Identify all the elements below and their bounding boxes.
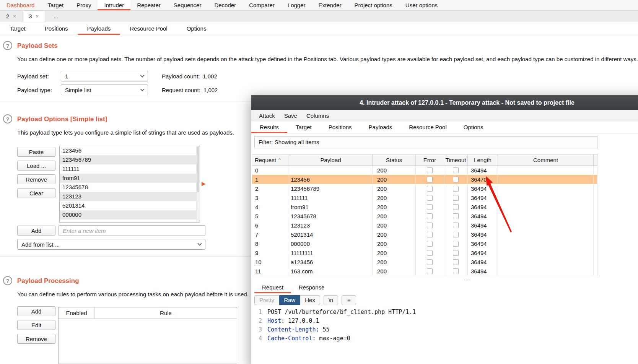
subtab-payloads[interactable]: Payloads [78,22,120,35]
attack-result-row[interactable]: 10 a123456 200 36494 [252,257,597,266]
error-checkbox[interactable] [427,268,433,274]
subtab-options[interactable]: Options [177,22,216,35]
error-checkbox[interactable] [427,250,433,256]
attack-result-row[interactable]: 11 163.com 200 36494 [252,266,597,276]
attack-result-row[interactable]: 4 from91 200 36494 [252,202,597,211]
help-icon[interactable]: ? [3,114,12,123]
add-from-list-select[interactable]: Add from list ... [17,239,205,250]
timeout-checkbox[interactable] [453,204,459,210]
error-checkbox[interactable] [427,259,433,265]
error-checkbox[interactable] [427,204,433,210]
subtab-target[interactable]: Target [0,22,35,35]
payload-column-header[interactable]: Payload [289,154,373,165]
attack-result-row[interactable]: 0 200 36494 [252,166,597,175]
processing-remove-button[interactable]: Remove [17,334,55,344]
load-button[interactable]: Load ... [17,161,55,171]
help-icon[interactable]: ? [3,276,12,285]
attack-tab-target[interactable]: Target [287,121,320,133]
attack-result-row[interactable]: 6 123123 200 36494 [252,221,597,230]
error-checkbox[interactable] [427,167,433,173]
timeout-checkbox[interactable] [453,213,459,219]
raw-button[interactable]: Raw [279,295,300,305]
pretty-button[interactable]: Pretty [254,295,279,305]
menu-item-dashboard[interactable]: Dashboard [0,0,41,10]
attack-menu-save[interactable]: Save [280,110,302,121]
processing-edit-button[interactable]: Edit [17,320,55,330]
attack-result-row[interactable]: 8 000000 200 36494 [252,239,597,248]
payload-list-item[interactable]: 111111 [60,164,196,174]
menu-item-extender[interactable]: Extender [312,0,348,10]
menu-item-comparer[interactable]: Comparer [243,0,281,10]
attack-result-row[interactable]: 7 5201314 200 36494 [252,230,597,239]
payload-list-item[interactable]: 11111111 [60,219,196,223]
payload-list[interactable]: 123456123456789111111from911234567812312… [59,146,200,223]
attack-result-row[interactable]: 3 111111 200 36494 [252,193,597,202]
payload-list-item[interactable]: 000000 [60,210,196,219]
attack-window-titlebar[interactable]: 4. Intruder attack of 127.0.0.1 - Tempor… [251,95,638,110]
document-tab[interactable]: 2 × [0,11,23,22]
menu-item-target[interactable]: Target [41,0,70,10]
payload-list-item[interactable]: 123123 [60,192,196,201]
timeout-checkbox[interactable] [453,250,459,256]
menu-item-project-options[interactable]: Project options [348,0,399,10]
timeout-checkbox[interactable] [453,268,459,274]
timeout-checkbox[interactable] [453,223,459,228]
close-icon[interactable]: × [13,13,16,19]
attack-result-row[interactable]: 2 123456789 200 36494 [252,184,597,193]
payload-list-item[interactable]: 12345678 [60,183,196,192]
error-checkbox[interactable] [427,213,433,219]
attack-tab-payloads[interactable]: Payloads [360,121,401,133]
attack-result-row[interactable]: 5 12345678 200 36494 [252,211,597,221]
menu-item-decoder[interactable]: Decoder [208,0,243,10]
splitter-handle[interactable]: ... [251,276,638,281]
payload-list-item[interactable]: 123456 [60,146,196,155]
menu-item-user-options[interactable]: User options [399,0,444,10]
rule-column-header[interactable]: Rule [95,307,237,318]
newline-toggle-button[interactable]: \n [324,295,339,305]
timeout-column-header[interactable]: Timeout [444,154,468,165]
enabled-column-header[interactable]: Enabled [59,307,95,318]
hamburger-menu-button[interactable]: ≡ [342,295,356,305]
paste-button[interactable]: Paste [17,147,55,157]
error-checkbox[interactable] [427,177,433,182]
attack-tab-resource-pool[interactable]: Resource Pool [400,121,455,133]
timeout-checkbox[interactable] [453,259,459,265]
menu-item-sequencer[interactable]: Sequencer [167,0,208,10]
remove-button[interactable]: Remove [17,174,55,184]
error-checkbox[interactable] [427,223,433,228]
timeout-checkbox[interactable] [453,177,459,182]
scrollbar[interactable] [196,146,200,222]
payload-set-select[interactable]: 1 [61,71,148,81]
payload-list-item[interactable]: 123456789 [60,155,196,164]
results-filter-bar[interactable]: Filter: Showing all items [254,136,597,148]
timeout-checkbox[interactable] [453,232,459,237]
menu-item-logger[interactable]: Logger [281,0,312,10]
length-column-header[interactable]: Length [468,154,498,165]
add-button[interactable]: Add [17,226,55,236]
subtab-resource-pool[interactable]: Resource Pool [120,22,177,35]
processing-add-button[interactable]: Add [17,306,55,316]
attack-menu-columns[interactable]: Columns [302,110,334,121]
error-checkbox[interactable] [427,186,433,192]
timeout-checkbox[interactable] [453,195,459,201]
payload-list-item[interactable]: 5201314 [60,201,196,210]
attack-result-row[interactable]: 9 11111111 200 36494 [252,248,597,257]
payload-list-item[interactable]: from91 [60,174,196,183]
scrollbar-thumb[interactable] [197,146,199,192]
subtab-positions[interactable]: Positions [35,22,78,35]
new-item-input[interactable] [59,225,205,236]
error-checkbox[interactable] [427,195,433,201]
attack-tab-options[interactable]: Options [455,121,492,133]
payload-type-select[interactable]: Simple list [61,84,148,95]
timeout-checkbox[interactable] [453,241,459,247]
status-column-header[interactable]: Status [373,154,416,165]
viewer-tab-request[interactable]: Request [254,282,291,293]
hex-button[interactable]: Hex [300,295,320,305]
close-icon[interactable]: × [36,13,39,19]
document-tab[interactable]: 3 × [23,11,45,22]
comment-column-header[interactable]: Comment [498,154,594,165]
error-checkbox[interactable] [427,241,433,247]
error-column-header[interactable]: Error [416,154,444,165]
viewer-tab-response[interactable]: Response [291,282,332,293]
request-editor[interactable]: 1POST /vul/burteforce/bf_client.php HTTP… [254,308,638,364]
